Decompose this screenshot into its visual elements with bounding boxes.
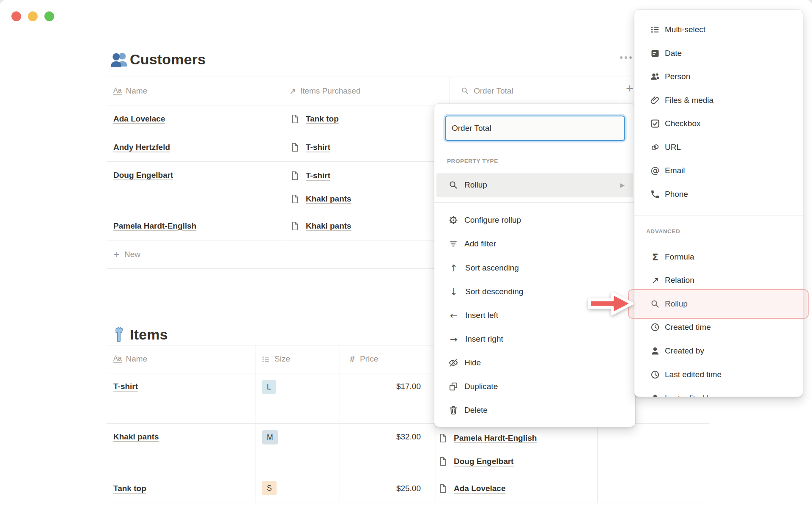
page-icon — [290, 114, 300, 124]
table-row-name-cell[interactable]: Khaki pants — [113, 423, 159, 450]
type-item-created-time[interactable]: Created time — [634, 315, 803, 339]
price-cell[interactable]: $32.00 — [344, 423, 421, 450]
number-property-icon: # — [349, 354, 356, 364]
type-item-person[interactable]: Person — [634, 65, 803, 88]
type-item-url[interactable]: URL — [634, 135, 803, 159]
gear-icon — [448, 215, 458, 225]
filter-icon — [448, 239, 458, 249]
menu-item-insert-right[interactable]: → Insert right — [436, 327, 633, 351]
type-item-email[interactable]: @ Email — [634, 159, 803, 182]
table-row-customers-cell[interactable]: Pamela Hardt-English Doug Engelbart — [438, 423, 537, 470]
property-type-rollup-row[interactable]: Rollup ▶ — [436, 173, 633, 197]
size-tag-m[interactable]: M — [262, 430, 278, 444]
customers-column-header-name[interactable]: Aa Name — [113, 77, 147, 105]
page-link[interactable]: T-shirt — [306, 143, 330, 152]
type-item-date[interactable]: Date — [634, 41, 803, 65]
table-more-options-button[interactable] — [620, 56, 632, 59]
type-item-last-edited-by[interactable]: Last edited by — [634, 387, 803, 397]
customers-column-header-order-total[interactable]: Order Total — [461, 77, 513, 105]
type-item-last-edited-time[interactable]: Last edited time — [634, 363, 803, 387]
calendar-icon — [650, 48, 660, 58]
menu-item-delete[interactable]: Delete — [436, 398, 633, 422]
type-item-formula[interactable]: Σ Formula — [634, 245, 803, 269]
menu-item-sort-ascending[interactable]: ↑ Sort ascending — [436, 256, 633, 280]
page-link[interactable]: Doug Engelbart — [113, 171, 173, 180]
table-row-name-cell[interactable]: Ada Lovelace — [113, 105, 165, 133]
page-link[interactable]: T-shirt — [306, 171, 330, 180]
page-link[interactable]: T-shirt — [113, 382, 138, 391]
property-name-input[interactable] — [445, 116, 625, 141]
items-column-header-name[interactable]: Aa Name — [113, 345, 147, 373]
page-link[interactable]: Pamela Hardt-English — [113, 221, 196, 231]
arrow-right-icon: → — [448, 334, 459, 345]
zoom-window-button[interactable] — [44, 11, 54, 21]
checkbox-icon — [650, 119, 660, 129]
red-arrow-annotation — [587, 290, 634, 318]
table-row-name-cell[interactable]: T-shirt — [113, 373, 138, 400]
page-icon — [438, 456, 448, 467]
plus-icon: + — [113, 249, 119, 260]
paperclip-icon — [650, 95, 660, 105]
table-row-items-cell[interactable]: Tank top — [290, 105, 339, 133]
type-item-multi-select[interactable]: Multi-select — [634, 18, 803, 41]
page-link[interactable]: Tank top — [113, 484, 146, 493]
price-cell[interactable]: $17.00 — [344, 373, 421, 400]
price-cell[interactable]: $25.00 — [344, 474, 421, 503]
page-icon — [290, 194, 300, 204]
page-icon — [290, 171, 300, 181]
property-edit-menu: PROPERTY TYPE Rollup ▶ Configure rollup … — [434, 104, 635, 427]
menu-item-hide[interactable]: Hide — [436, 351, 633, 375]
page-link[interactable]: Tank top — [306, 114, 339, 124]
table-row-items-cell[interactable]: T-shirt — [290, 133, 330, 161]
table-row-name-cell[interactable]: Doug Engelbart — [113, 161, 173, 189]
size-tag-s[interactable]: S — [262, 481, 277, 495]
customers-people-icon — [110, 50, 128, 68]
column-label: Order Total — [474, 86, 513, 96]
page-link[interactable]: Pamela Hardt-English — [454, 433, 537, 443]
size-tag-l[interactable]: L — [262, 380, 276, 394]
table-row-name-cell[interactable]: Pamela Hardt-English — [113, 212, 196, 240]
page-title-customers: Customers — [130, 51, 206, 68]
property-type-section-label: PROPERTY TYPE — [447, 158, 498, 164]
type-item-checkbox[interactable]: Checkbox — [634, 112, 803, 135]
relation-icon: ↗ — [289, 86, 296, 96]
items-column-header-size[interactable]: Size — [261, 345, 290, 373]
minimize-window-button[interactable] — [28, 11, 38, 21]
table-row-name-cell[interactable]: Andy Hertzfeld — [113, 133, 170, 161]
phone-icon — [650, 189, 660, 199]
type-item-files-media[interactable]: Files & media — [634, 88, 803, 112]
items-column-header-price[interactable]: # Price — [349, 345, 378, 373]
customers-column-header-items-purchased[interactable]: ↗ Items Purchased — [289, 77, 361, 105]
menu-item-add-filter[interactable]: Add filter — [436, 232, 633, 256]
type-item-relation[interactable]: ↗ Relation — [634, 268, 803, 292]
items-tshirt-icon — [110, 326, 128, 343]
type-item-phone[interactable]: Phone — [634, 182, 803, 206]
page-icon — [438, 433, 448, 443]
page-link[interactable]: Ada Lovelace — [113, 114, 165, 124]
rollup-icon — [461, 86, 469, 95]
person-icon — [650, 346, 660, 356]
page-link[interactable]: Andy Hertzfeld — [113, 143, 170, 152]
table-row-items-cell[interactable]: T-shirt Khaki pants — [290, 161, 351, 212]
page-link[interactable]: Doug Engelbart — [454, 457, 513, 466]
page-link[interactable]: Khaki pants — [306, 194, 351, 204]
property-type-menu: Multi-select Date Person Files & media C… — [634, 10, 803, 397]
column-label: Items Purchased — [300, 86, 361, 96]
table-row-customers-cell[interactable]: Ada Lovelace — [438, 474, 506, 503]
close-window-button[interactable] — [11, 11, 21, 21]
menu-item-duplicate[interactable]: Duplicate — [436, 375, 633, 398]
add-property-button[interactable]: + — [626, 81, 634, 96]
page-link[interactable]: Khaki pants — [306, 221, 351, 231]
table-row-items-cell[interactable]: Khaki pants — [290, 212, 351, 240]
page-title-items: Items — [130, 326, 168, 343]
new-row-button[interactable]: + New — [113, 240, 140, 268]
advanced-section-label: ADVANCED — [646, 228, 680, 235]
page-link[interactable]: Khaki pants — [113, 432, 159, 442]
clock-icon — [650, 322, 660, 332]
page-link[interactable]: Ada Lovelace — [454, 484, 506, 493]
menu-item-configure-rollup[interactable]: Configure rollup — [436, 208, 633, 232]
type-item-created-by[interactable]: Created by — [634, 339, 803, 363]
submenu-arrow-icon: ▶ — [620, 182, 625, 188]
text-property-icon: Aa — [113, 87, 122, 95]
table-row-name-cell[interactable]: Tank top — [113, 474, 146, 503]
